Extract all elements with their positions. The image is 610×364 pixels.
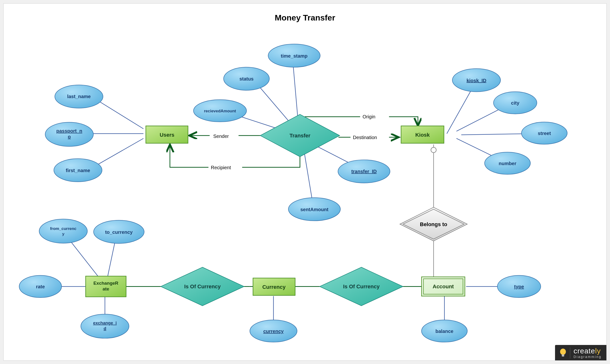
svg-text:currency: currency xyxy=(263,329,284,334)
svg-text:Belongs to: Belongs to xyxy=(420,221,447,227)
attr-number: number xyxy=(485,152,531,174)
attr-last-name: last_name xyxy=(55,85,103,108)
svg-text:Kiosk: Kiosk xyxy=(415,132,430,138)
edge-label-origin: Origin xyxy=(363,114,376,119)
attr-street: street xyxy=(521,122,567,144)
attr-recieved-amount: recievedAmount xyxy=(194,100,247,122)
attr-type: type xyxy=(497,275,541,298)
svg-line-2 xyxy=(93,138,143,167)
svg-text:recievedAmount: recievedAmount xyxy=(204,109,236,113)
svg-text:kiosk_ID: kiosk_ID xyxy=(467,78,486,83)
attr-passport-no: passport_n o xyxy=(45,122,93,146)
brand-tagline: Diagramming xyxy=(574,355,602,358)
svg-text:exchange_i: exchange_i xyxy=(93,321,117,325)
svg-text:y: y xyxy=(62,232,65,236)
entity-account: Account xyxy=(421,277,465,296)
relationship-transfer: Transfer xyxy=(260,114,340,157)
svg-point-92 xyxy=(560,349,566,355)
attr-first-name: first_name xyxy=(54,159,102,182)
svg-line-7 xyxy=(304,148,313,206)
attr-exchange-id: exchange_i d xyxy=(81,314,129,338)
svg-text:ExchangeR: ExchangeR xyxy=(93,281,118,286)
svg-text:rate: rate xyxy=(36,284,45,289)
brand-name-1: create xyxy=(574,347,595,355)
edge-label-destination: Destination xyxy=(353,135,377,140)
diagram-frame: Origin Destination Sender Recipient last… xyxy=(0,0,610,364)
relationship-belongs-to: Belongs to xyxy=(400,207,467,241)
svg-point-24 xyxy=(431,147,436,153)
svg-text:to_currency: to_currency xyxy=(105,230,133,235)
svg-text:city: city xyxy=(511,100,519,105)
lightbulb-icon xyxy=(559,348,567,358)
svg-text:Account: Account xyxy=(433,284,454,289)
svg-text:street: street xyxy=(538,131,551,136)
svg-text:status: status xyxy=(239,76,254,81)
entity-exchange-rate: ExchangeR ate xyxy=(86,276,126,297)
svg-text:from_currenc: from_currenc xyxy=(50,226,77,231)
svg-text:number: number xyxy=(499,161,516,166)
edge-label-sender: Sender xyxy=(213,133,229,139)
svg-line-0 xyxy=(93,97,143,129)
svg-text:Currency: Currency xyxy=(262,284,286,290)
svg-point-55 xyxy=(39,219,87,243)
attr-rate: rate xyxy=(19,275,62,298)
svg-text:time_stamp: time_stamp xyxy=(281,53,308,59)
attr-sent-amount: sentAmount xyxy=(288,198,340,221)
brand-name-2: ly xyxy=(595,347,601,355)
svg-text:d: d xyxy=(104,326,106,331)
entity-users: Users xyxy=(146,126,188,143)
svg-text:type: type xyxy=(514,284,524,289)
svg-text:last_name: last_name xyxy=(67,94,91,99)
svg-line-8 xyxy=(447,84,475,134)
attr-time-stamp: time_stamp xyxy=(268,44,320,67)
diagram-canvas: Origin Destination Sender Recipient last… xyxy=(3,3,607,361)
attr-kiosk-id: kiosk_ID xyxy=(452,69,501,92)
er-diagram-svg: Origin Destination Sender Recipient last… xyxy=(4,4,606,360)
diagram-title: Money Transfer xyxy=(275,13,335,22)
attr-status: status xyxy=(223,67,269,91)
svg-text:first_name: first_name xyxy=(66,168,90,173)
edge-label-recipient: Recipient xyxy=(211,165,231,170)
svg-text:ate: ate xyxy=(103,286,109,291)
attr-transfer-id: transfer_ID xyxy=(338,160,390,183)
svg-text:sentAmount: sentAmount xyxy=(300,207,329,212)
entity-currency: Currency xyxy=(253,278,295,295)
svg-text:Is Of Currency: Is Of Currency xyxy=(343,284,380,289)
svg-text:passport_n: passport_n xyxy=(56,128,82,133)
svg-text:Users: Users xyxy=(160,132,174,138)
svg-text:transfer_ID: transfer_ID xyxy=(351,169,376,174)
svg-text:Transfer: Transfer xyxy=(290,133,311,139)
svg-text:o: o xyxy=(68,134,71,139)
attr-to-currency: to_currency xyxy=(93,220,144,244)
svg-text:Is Of Currency: Is Of Currency xyxy=(184,284,221,289)
creately-badge: creately Diagramming xyxy=(555,345,606,360)
entity-kiosk: Kiosk xyxy=(401,126,444,143)
attr-from-currency: from_currenc y xyxy=(39,219,87,243)
attr-balance: balance xyxy=(421,320,467,342)
relationship-is-of-currency-2: Is Of Currency xyxy=(320,267,403,306)
attr-currency: currency xyxy=(250,320,297,342)
svg-text:balance: balance xyxy=(435,329,453,334)
attr-city: city xyxy=(493,92,537,114)
relationship-is-of-currency-1: Is Of Currency xyxy=(161,267,244,306)
svg-rect-93 xyxy=(562,354,564,357)
